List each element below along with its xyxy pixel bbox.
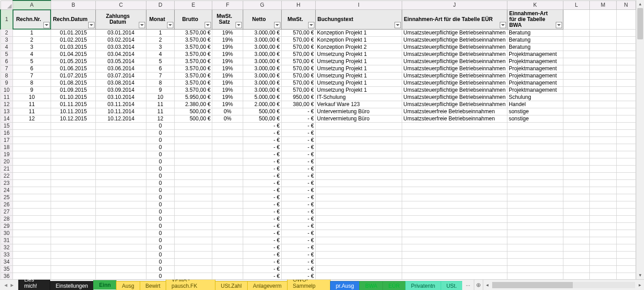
cell-I13[interactable]: Untervermietung Büro [315,108,402,115]
cell-L32[interactable] [563,244,589,252]
cell-H19[interactable]: - € [281,151,315,158]
cell-H28[interactable]: - € [281,216,315,223]
cell-J13[interactable]: Umsatzsteuerfreie Betriebseinnahmen [402,108,507,115]
cell-J6[interactable]: Umsatzsteuerpflichtige Betriebseinnahmen [402,58,507,65]
cell-G17[interactable]: - € [243,137,282,144]
cell-M6[interactable] [590,58,617,65]
cell-F15[interactable] [212,123,243,130]
cell-L31[interactable] [563,237,589,244]
cell-D29[interactable]: 0 [146,223,174,230]
cell-F24[interactable] [212,187,243,194]
cell-A24[interactable] [13,187,51,194]
header-K[interactable]: Einnahmen-Art für die Tabelle BWA [507,9,563,30]
cell-K17[interactable] [507,137,563,144]
sheet-tab-3[interactable]: Ausg [116,281,140,290]
cell-C24[interactable] [96,187,146,194]
cell-A5[interactable]: 4 [13,51,51,58]
cell-N8[interactable] [616,72,635,80]
cell-J10[interactable]: Umsatzsteuerpflichtige Betriebseinnahmen [402,87,507,94]
cell-H20[interactable]: - € [281,158,315,166]
cell-H24[interactable]: - € [281,187,315,194]
cell-F12[interactable]: 19% [212,101,243,108]
cell-N33[interactable] [616,252,635,259]
row-header-35[interactable]: 35 [0,266,13,273]
cell-M33[interactable] [590,252,617,259]
cell-F7[interactable]: 19% [212,65,243,72]
cell-D7[interactable]: 6 [146,65,174,72]
cell-I30[interactable] [315,230,402,237]
cell-N32[interactable] [616,244,635,252]
cell-F21[interactable] [212,166,243,173]
cell-M7[interactable] [590,65,617,72]
row-header-10[interactable]: 10 [0,87,13,94]
cell-E18[interactable] [175,144,212,151]
row-header-9[interactable]: 9 [0,80,13,87]
row-header-1[interactable]: 1 [0,9,13,30]
cell-H31[interactable]: - € [281,237,315,244]
cell-J20[interactable] [402,158,507,166]
cell-M8[interactable] [590,72,617,80]
cell-N12[interactable] [616,101,635,108]
cell-D22[interactable]: 0 [146,173,174,180]
cell-M13[interactable] [590,108,617,115]
cell-M14[interactable] [590,115,617,123]
cell-I36[interactable] [315,273,402,279]
cell-F6[interactable]: 19% [212,58,243,65]
cell-A2[interactable]: 1 [13,30,51,37]
cell-G23[interactable]: - € [243,180,282,187]
cell-M21[interactable] [590,166,617,173]
cell-D28[interactable]: 0 [146,216,174,223]
cell-F20[interactable] [212,158,243,166]
column-header-H[interactable]: H [281,0,315,9]
cell-J14[interactable]: Umsatzsteuerfreie Betriebseinnahmen [402,115,507,123]
cell-A3[interactable]: 2 [13,37,51,44]
cell-C6[interactable]: 03.05.2014 [96,58,146,65]
cell-D12[interactable]: 11 [146,101,174,108]
cell-A23[interactable] [13,180,51,187]
cell-B21[interactable] [51,166,96,173]
cell-N21[interactable] [616,166,635,173]
cell-B28[interactable] [51,216,96,223]
cell-N14[interactable] [616,115,635,123]
cell-N22[interactable] [616,173,635,180]
cell-B12[interactable]: 01.11.2015 [51,101,96,108]
cell-J15[interactable] [402,123,507,130]
header-J[interactable]: Einnahmen-Art für die Tabelle EÜR [402,9,507,30]
cell-D17[interactable]: 0 [146,137,174,144]
cell-F4[interactable]: 19% [212,44,243,51]
cell-C29[interactable] [96,223,146,230]
cell-I5[interactable]: Umsetzung Projekt 1 [315,51,402,58]
cell-J19[interactable] [402,151,507,158]
cell-H18[interactable]: - € [281,144,315,151]
cell-A8[interactable]: 7 [13,72,51,80]
cell-E6[interactable]: 3.570,00 € [175,58,212,65]
cell-J32[interactable] [402,244,507,252]
cell-J33[interactable] [402,252,507,259]
cell-C19[interactable] [96,151,146,158]
cell-N5[interactable] [616,51,635,58]
cell-E19[interactable] [175,151,212,158]
cell-G2[interactable]: 3.000,00 € [243,30,282,37]
header-B[interactable]: Rechn.Datum [51,9,96,30]
cell-J25[interactable] [402,194,507,201]
cell-F23[interactable] [212,180,243,187]
cell-D3[interactable]: 2 [146,37,174,44]
cell-B18[interactable] [51,144,96,151]
cell-L34[interactable] [563,259,589,266]
cell-E8[interactable]: 3.570,00 € [175,72,212,80]
cell-B33[interactable] [51,252,96,259]
cell-N24[interactable] [616,187,635,194]
cell-N1[interactable] [616,9,635,30]
cell-N31[interactable] [616,237,635,244]
cell-D27[interactable]: 0 [146,209,174,216]
cell-M35[interactable] [590,266,617,273]
column-header-F[interactable]: F [212,0,243,9]
cell-D10[interactable]: 9 [146,87,174,94]
cell-G32[interactable]: - € [243,244,282,252]
cell-F31[interactable] [212,237,243,244]
cell-M1[interactable] [590,9,617,30]
cell-K20[interactable] [507,158,563,166]
cell-N11[interactable] [616,94,635,101]
cell-L6[interactable] [563,58,589,65]
row-header-13[interactable]: 13 [0,108,13,115]
